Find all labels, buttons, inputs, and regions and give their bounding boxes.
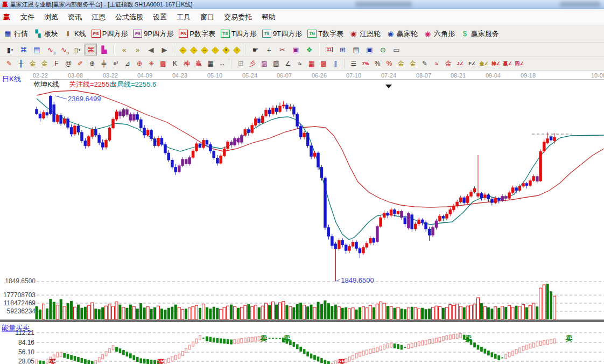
- f-angle-icon[interactable]: F∠: [467, 59, 477, 69]
- parallel-lines-icon[interactable]: ∥: [330, 59, 341, 69]
- calculator-icon[interactable]: ⊞: [336, 44, 349, 55]
- gold-angle-icon[interactable]: 金∠: [479, 59, 489, 69]
- candle-body: [459, 198, 462, 202]
- f-square-icon[interactable]: F: [51, 59, 62, 69]
- candle-body: [299, 127, 302, 137]
- percent-line-icon[interactable]: %: [384, 59, 395, 69]
- quotes-button[interactable]: ▦行情: [3, 29, 28, 39]
- fan-boxed-icon[interactable]: ▨: [259, 59, 270, 69]
- red-box-web-icon[interactable]: ▩: [158, 59, 168, 69]
- ying-tool-icon[interactable]: 赢: [193, 59, 204, 69]
- red-grid-icon[interactable]: ▦: [306, 59, 317, 69]
- crosshair-icon[interactable]: ＋: [263, 44, 275, 55]
- tick-comb-icon[interactable]: ╪: [99, 59, 109, 69]
- pan-left-icon[interactable]: ◆←: [178, 45, 188, 54]
- zoom-out-all-icon[interactable]: ◆↕: [232, 45, 242, 54]
- cycle-analysis-icon[interactable]: ⌘: [17, 44, 30, 55]
- t-number-table-button[interactable]: TNT数字表: [307, 29, 343, 39]
- puzzle-tool-icon[interactable]: ❖: [303, 44, 315, 55]
- fan-dark-icon[interactable]: ▧: [271, 59, 282, 69]
- zigzag-icon[interactable]: ≈: [294, 59, 305, 69]
- hexagon-button[interactable]: ◉六角形: [423, 29, 455, 39]
- menu-item-3[interactable]: 江恩: [87, 13, 110, 21]
- date-tick-1: 03-08: [68, 72, 83, 79]
- wave-9-icon[interactable]: ∿9: [58, 44, 70, 55]
- ruler-123-icon[interactable]: ▦: [205, 59, 216, 69]
- last-kline-icon[interactable]: »: [131, 44, 144, 55]
- save-icon[interactable]: ▣: [363, 44, 376, 55]
- candle-type-dropdown-icon[interactable]: ▯▾: [71, 44, 83, 55]
- prev-kline-icon[interactable]: ◀: [145, 44, 157, 55]
- red-star-web-icon[interactable]: ✳: [146, 59, 157, 69]
- kline-chart[interactable]: 02-2203-0803-2204-0904-2305-1005-2406-07…: [0, 71, 604, 364]
- angle-line-icon[interactable]: ∠: [283, 59, 293, 69]
- menu-item-0[interactable]: 文件: [16, 13, 39, 21]
- magic-frame-icon[interactable]: ▣: [290, 44, 302, 55]
- 9p-square-button[interactable]: P99P四方形: [133, 29, 173, 39]
- percent-icon[interactable]: %: [372, 59, 383, 69]
- next-kline-icon[interactable]: ▶: [158, 44, 171, 55]
- gann-wheel-button[interactable]: ◉江恩轮: [349, 29, 381, 39]
- gold-circle-icon[interactable]: 金: [396, 59, 406, 69]
- compress-x-icon[interactable]: ◆⇔: [210, 45, 220, 54]
- printer-icon[interactable]: ▭: [390, 44, 403, 55]
- menu-item-4[interactable]: 公式选股: [110, 13, 148, 21]
- j-angle-icon[interactable]: J∠: [455, 59, 466, 69]
- pan-right-icon[interactable]: ◆→: [189, 45, 199, 54]
- kline-period-dropdown-icon[interactable]: ▮▾: [4, 44, 16, 55]
- menu-item-8[interactable]: 交易委托: [219, 13, 257, 21]
- pen-tool-icon[interactable]: ✎: [4, 59, 15, 69]
- p-square-button[interactable]: PSP四方形: [92, 29, 128, 39]
- pen-flag-icon[interactable]: ✎: [419, 59, 430, 69]
- gold-lines-icon[interactable]: 金: [408, 59, 418, 69]
- sectors-button[interactable]: ▚板块: [33, 29, 58, 39]
- spiral-icon[interactable]: @: [63, 59, 74, 69]
- grid-comb-icon[interactable]: ╫: [16, 59, 26, 69]
- frame-select-icon[interactable]: ⊞: [235, 59, 246, 69]
- gold-red-icon[interactable]: 金: [443, 59, 454, 69]
- kline-button[interactable]: ‖K线: [64, 29, 86, 39]
- menu-item-1[interactable]: 浏览: [39, 13, 63, 21]
- p-number-table-button[interactable]: PNP数字表: [179, 29, 215, 39]
- menu-item-7[interactable]: 窗口: [195, 13, 219, 21]
- calendar-21-icon[interactable]: 21: [323, 44, 335, 55]
- si-angle-icon[interactable]: 四∠: [514, 59, 525, 69]
- winner-wheel-button[interactable]: ◉赢家轮: [386, 29, 418, 39]
- n-squared-icon[interactable]: n²: [110, 59, 121, 69]
- k-mark-icon[interactable]: K: [170, 59, 180, 69]
- wave-lines-icon[interactable]: ≈: [431, 59, 442, 69]
- first-kline-icon[interactable]: «: [118, 44, 130, 55]
- zoom-region-icon[interactable]: ✂: [276, 44, 289, 55]
- mirror-angle-icon[interactable]: ⊿: [122, 59, 133, 69]
- width-measure-icon[interactable]: ↔: [217, 59, 228, 69]
- winner-service-button[interactable]: $赢家服务: [460, 29, 499, 39]
- shen-angle-icon[interactable]: 神∠: [490, 59, 501, 69]
- circle-grid-icon[interactable]: ⊕: [87, 59, 97, 69]
- color-histogram-icon[interactable]: ▙: [98, 44, 110, 55]
- menu-item-5[interactable]: 设置: [148, 13, 172, 21]
- wave-3-icon[interactable]: ∿3: [44, 44, 57, 55]
- qiankun-kline-toggle-icon[interactable]: ⌘: [85, 44, 97, 55]
- hand-drag-icon[interactable]: ☛: [249, 44, 262, 55]
- red-target-icon[interactable]: ⊕: [134, 59, 145, 69]
- gold-grid-b-icon[interactable]: 金: [39, 59, 50, 69]
- gold-grid-a-icon[interactable]: 金: [27, 59, 38, 69]
- menu-item-6[interactable]: 工具: [172, 13, 195, 21]
- expand-x-icon[interactable]: ◆↔: [200, 45, 209, 54]
- red-grid-2-icon[interactable]: ▩: [318, 59, 329, 69]
- pen-angle-icon[interactable]: ✐: [75, 59, 86, 69]
- memo-pad-icon[interactable]: ▤: [350, 44, 362, 55]
- f10-info-icon[interactable]: ▤: [31, 44, 43, 55]
- seven-percent-icon[interactable]: 7%: [360, 59, 371, 69]
- red-fan-icon[interactable]: 彡: [247, 59, 258, 69]
- ying-angle-icon[interactable]: 赢∠: [502, 59, 513, 69]
- 9t-square-button[interactable]: T99T四方形: [262, 29, 302, 39]
- zoom-in-all-icon[interactable]: ◆＋: [221, 45, 231, 54]
- shen-tool-icon[interactable]: 神: [181, 59, 192, 69]
- menu-item-9[interactable]: 帮助: [257, 13, 280, 21]
- menu-item-2[interactable]: 资讯: [63, 13, 87, 21]
- timer-tool-icon[interactable]: ⊙: [377, 44, 389, 55]
- energy-bar-down: [474, 343, 476, 347]
- t-square-button[interactable]: TST四方形: [221, 29, 257, 39]
- price-bars-icon[interactable]: ☰: [348, 59, 359, 69]
